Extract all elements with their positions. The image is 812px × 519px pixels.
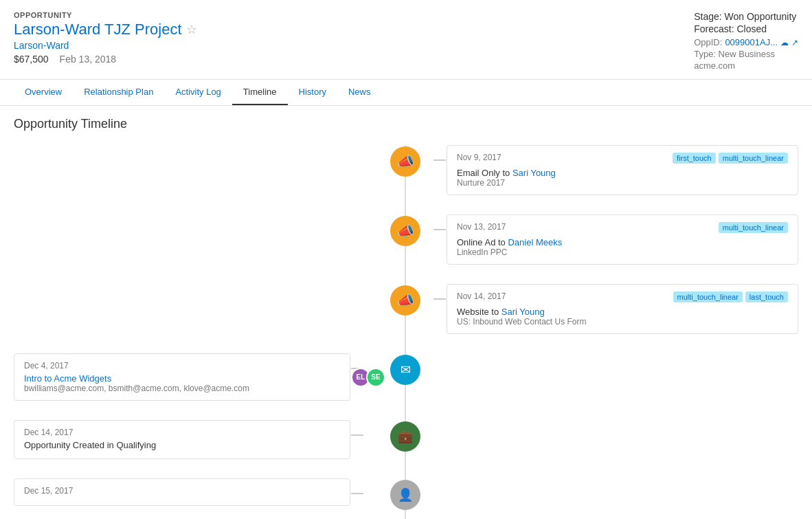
event-card-3: Nov 14, 2017 multi_touch_linear last_tou…	[447, 284, 798, 334]
timeline-row-2: 📣 Nov 13, 2017 multi_touch_linear Online…	[14, 214, 798, 265]
badge-last-touch-3: last_touch	[745, 291, 788, 302]
tab-activity-log[interactable]: Activity Log	[164, 80, 232, 105]
megaphone-icon-3: 📣	[397, 292, 414, 309]
timeline-row-1: 📣 Nov 9, 2017 first_touch multi_touch_li…	[14, 145, 798, 195]
timeline-row-5: Dec 14, 2017 Opportunity Created in Qual…	[14, 420, 798, 459]
right-content-1: Nov 9, 2017 first_touch multi_touch_line…	[433, 145, 798, 195]
timeline: 📣 Nov 9, 2017 first_touch multi_touch_li…	[14, 145, 798, 519]
tab-news[interactable]: News	[337, 80, 382, 105]
node-container-6: 👤	[378, 478, 433, 510]
right-content-2: Nov 13, 2017 multi_touch_linear Online A…	[433, 214, 798, 265]
email-icon: ✉	[401, 362, 411, 377]
amount-date: $67,500 Feb 13, 2018	[14, 54, 197, 65]
event-title-5: Opportunity Created in Qualifying	[24, 440, 340, 450]
avatar-se: SE	[366, 368, 385, 387]
node-container-2: 📣	[378, 214, 433, 246]
tab-overview[interactable]: Overview	[14, 80, 73, 105]
person-icon: 👤	[398, 487, 413, 503]
card-header-1: Nov 9, 2017 first_touch multi_touch_line…	[457, 153, 788, 165]
contact-link-3[interactable]: Sari Young	[501, 307, 545, 317]
domain: acme.com	[694, 60, 798, 71]
event-title-3: Website to Sari Young	[457, 307, 788, 317]
cloud-icon[interactable]: ☁	[780, 38, 789, 47]
timeline-row-6: Dec 15, 2017 👤	[14, 478, 798, 510]
event-card-2: Nov 13, 2017 multi_touch_linear Online A…	[447, 214, 798, 265]
type-line: Type: New Business	[694, 49, 798, 59]
badges-1: first_touch multi_touch_linear	[673, 153, 788, 164]
external-link-icon[interactable]: ↗	[791, 38, 798, 47]
timeline-row-4: Dec 4, 2017 Intro to Acme Widgets bwilli…	[14, 353, 798, 401]
main-content: Opportunity Timeline 📣 Nov 9, 2017 first…	[0, 106, 812, 519]
node-container-1: 📣	[378, 145, 433, 177]
tabs: Overview Relationship Plan Activity Log …	[0, 80, 812, 106]
opportunity-label: Opportunity	[14, 11, 197, 19]
star-icon[interactable]: ☆	[186, 22, 197, 37]
node-container-3: 📣	[378, 284, 433, 316]
left-content-4: Dec 4, 2017 Intro to Acme Widgets bwilli…	[14, 353, 378, 401]
megaphone-icon-2: 📣	[397, 223, 414, 239]
event-date-2: Nov 13, 2017	[457, 222, 506, 232]
forecast: Forecast: Closed	[694, 23, 798, 34]
node-megaphone-1: 📣	[390, 146, 420, 177]
event-card-4: Dec 4, 2017 Intro to Acme Widgets bwilli…	[14, 353, 350, 401]
left-content-6: Dec 15, 2017	[14, 478, 378, 506]
opp-id-link[interactable]: 0099001AJ...	[725, 37, 778, 47]
node-briefcase: 💼	[390, 421, 420, 452]
tab-history[interactable]: History	[288, 80, 337, 105]
node-container-5: 💼	[378, 420, 433, 452]
node-email: ✉	[390, 355, 420, 385]
contact-link-2[interactable]: Daniel Meeks	[508, 237, 562, 247]
opportunity-title: Larson-Ward TJZ Project ☆	[14, 21, 197, 38]
opportunity-details: Stage: Won Opportunity Forecast: Closed …	[694, 11, 798, 71]
briefcase-icon: 💼	[398, 429, 413, 444]
event-title-2: Online Ad to Daniel Meeks	[457, 237, 788, 247]
event-date-5: Dec 14, 2017	[24, 428, 340, 437]
badge-multi-touch-1: multi_touch_linear	[719, 153, 788, 164]
tab-timeline[interactable]: Timeline	[232, 80, 288, 105]
avatar-group-4: EL SE	[351, 368, 385, 387]
badge-multi-touch-3: multi_touch_linear	[673, 291, 743, 302]
header: Opportunity Larson-Ward TJZ Project ☆ La…	[0, 0, 812, 106]
event-title-4[interactable]: Intro to Acme Widgets	[24, 373, 111, 384]
event-sub-1: Nurture 2017	[457, 178, 788, 188]
tab-relationship-plan[interactable]: Relationship Plan	[73, 80, 164, 105]
node-megaphone-3: 📣	[390, 285, 420, 316]
left-content-5: Dec 14, 2017 Opportunity Created in Qual…	[14, 420, 378, 459]
event-date-6: Dec 15, 2017	[24, 486, 340, 496]
badge-first-touch-1: first_touch	[673, 153, 716, 164]
event-sub-3: US: Inbound Web Contact Us Form	[457, 317, 788, 327]
event-title-1: Email Only to Sari Young	[457, 168, 788, 178]
node-megaphone-2: 📣	[390, 216, 420, 246]
stage: Stage: Won Opportunity	[694, 11, 798, 22]
timeline-row-3: 📣 Nov 14, 2017 multi_touch_linear last_t…	[14, 284, 798, 334]
right-content-3: Nov 14, 2017 multi_touch_linear last_tou…	[433, 284, 798, 334]
card-header-3: Nov 14, 2017 multi_touch_linear last_tou…	[457, 291, 788, 304]
opp-id: OppID: 0099001AJ... ☁ ↗	[694, 37, 798, 47]
node-person: 👤	[390, 480, 420, 510]
event-card-5: Dec 14, 2017 Opportunity Created in Qual…	[14, 420, 350, 459]
opp-id-label: OppID:	[694, 37, 722, 47]
contact-link-1[interactable]: Sari Young	[512, 168, 556, 178]
close-date: Feb 13, 2018	[60, 54, 117, 65]
event-sub-4: bwilliams@acme.com, bsmith@acme.com, klo…	[24, 384, 340, 393]
megaphone-icon-1: 📣	[397, 153, 414, 170]
event-date-3: Nov 14, 2017	[457, 291, 506, 301]
badge-multi-touch-2: multi_touch_linear	[719, 222, 788, 233]
title-text: Larson-Ward TJZ Project	[14, 21, 182, 38]
page-title: Opportunity Timeline	[14, 117, 798, 131]
event-card-6: Dec 15, 2017	[14, 478, 350, 506]
node-container-4: ✉	[378, 353, 433, 385]
card-header-2: Nov 13, 2017 multi_touch_linear	[457, 222, 788, 234]
event-date-1: Nov 9, 2017	[457, 153, 501, 162]
amount: $67,500	[14, 54, 49, 65]
event-date-4: Dec 4, 2017	[24, 361, 340, 371]
account-name[interactable]: Larson-Ward	[14, 40, 197, 51]
event-card-1: Nov 9, 2017 first_touch multi_touch_line…	[447, 145, 798, 195]
event-sub-2: LinkedIn PPC	[457, 247, 788, 257]
badges-3: multi_touch_linear last_touch	[673, 291, 788, 302]
badges-2: multi_touch_linear	[719, 222, 788, 233]
